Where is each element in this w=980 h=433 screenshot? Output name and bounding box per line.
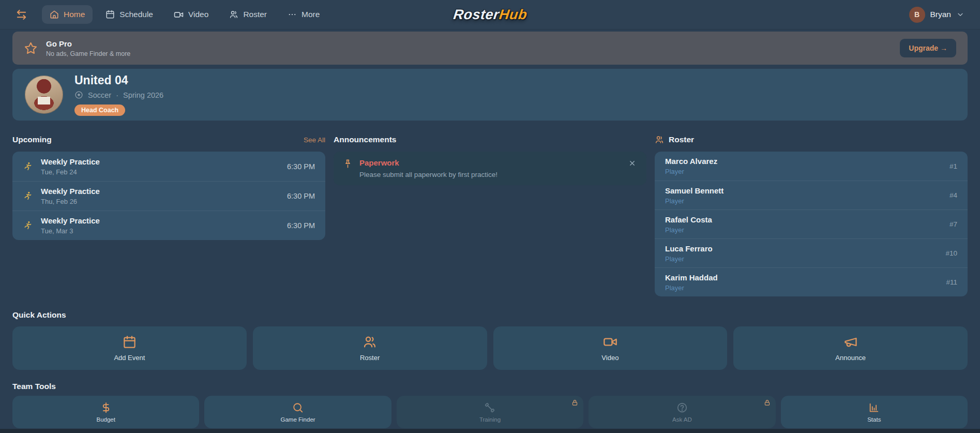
announce-button[interactable]: Announce bbox=[733, 326, 968, 370]
nav-item-video[interactable]: Video bbox=[166, 5, 216, 24]
see-all-link[interactable]: See All bbox=[304, 136, 325, 144]
switch-team-icon[interactable] bbox=[16, 9, 27, 21]
player-number: #1 bbox=[949, 162, 957, 170]
calendar-icon bbox=[123, 335, 137, 349]
tool-label: Budget bbox=[96, 416, 115, 423]
game-finder-button[interactable]: Game Finder bbox=[204, 396, 391, 428]
player-number: #7 bbox=[949, 220, 957, 228]
event-time: 6:30 PM bbox=[287, 221, 315, 230]
nav-item-more[interactable]: More bbox=[280, 5, 327, 24]
player-text: Marco Alvarez Player bbox=[665, 157, 717, 175]
player-name: Samuel Bennett bbox=[665, 186, 723, 195]
tool-content: Ask AD bbox=[672, 402, 692, 423]
roster-row[interactable]: Karim Haddad Player #11 bbox=[655, 267, 968, 296]
announcement-card: Paperwork Please submit all paperwork by… bbox=[334, 152, 646, 185]
player-text: Rafael Costa Player bbox=[665, 215, 712, 234]
event-title: Weekly Practice bbox=[41, 157, 100, 166]
role-badge: Head Coach bbox=[74, 104, 125, 116]
player-number: #4 bbox=[949, 191, 957, 199]
announcements-title: Announcements bbox=[334, 135, 396, 144]
player-name: Karim Haddad bbox=[665, 273, 718, 282]
ask-ad-button[interactable]: Ask AD bbox=[589, 396, 775, 428]
budget-button[interactable]: Budget bbox=[12, 396, 199, 428]
home-icon bbox=[50, 10, 59, 19]
pushpin-icon bbox=[343, 159, 353, 178]
team-avatar[interactable] bbox=[25, 76, 63, 114]
event-title: Weekly Practice bbox=[41, 187, 100, 196]
tool-label: Game Finder bbox=[281, 416, 315, 423]
roster-row[interactable]: Samuel Bennett Player #4 bbox=[655, 181, 968, 210]
users-icon bbox=[363, 335, 377, 349]
megaphone-icon bbox=[843, 335, 858, 349]
stats-button[interactable]: Stats bbox=[781, 396, 968, 428]
banner-subtitle: No ads, Game Finder & more bbox=[46, 50, 130, 57]
announcements-header: Announcements bbox=[334, 135, 646, 145]
user-avatar: B bbox=[909, 7, 925, 23]
roster-section: Roster Marco Alvarez Player #1 Samuel Be… bbox=[655, 135, 968, 296]
tool-content: Budget bbox=[96, 402, 115, 423]
users-icon bbox=[229, 10, 238, 19]
roster-card: Marco Alvarez Player #1 Samuel Bennett P… bbox=[655, 152, 968, 296]
tool-content: Training bbox=[479, 402, 501, 423]
player-name: Luca Ferraro bbox=[665, 244, 713, 253]
roster-row[interactable]: Rafael Costa Player #7 bbox=[655, 210, 968, 238]
event-row[interactable]: Weekly Practice Tue, Feb 24 6:30 PM bbox=[12, 152, 325, 181]
action-label: Announce bbox=[835, 354, 866, 362]
roster-header: Roster bbox=[655, 135, 968, 145]
team-tools-title: Team Tools bbox=[12, 382, 968, 391]
tool-label: Training bbox=[479, 416, 501, 423]
video-button[interactable]: Video bbox=[493, 326, 728, 370]
roster-row[interactable]: Luca Ferraro Player #10 bbox=[655, 238, 968, 267]
users-icon bbox=[655, 135, 664, 144]
player-role: Player bbox=[665, 255, 713, 263]
event-text: Weekly Practice Tue, Feb 24 bbox=[41, 157, 100, 176]
user-menu[interactable]: B Bryan bbox=[909, 7, 965, 23]
nav-item-home[interactable]: Home bbox=[42, 5, 93, 24]
calendar-icon bbox=[105, 10, 115, 19]
roster-row[interactable]: Marco Alvarez Player #1 bbox=[655, 152, 968, 181]
team-name: United 04 bbox=[74, 73, 163, 87]
chevron-down-icon bbox=[956, 10, 964, 19]
video-icon bbox=[603, 335, 617, 349]
close-icon[interactable] bbox=[627, 158, 637, 168]
event-date: Thu, Feb 26 bbox=[41, 198, 100, 205]
tool-content: Game Finder bbox=[281, 402, 315, 423]
team-tools-grid: Budget Game Finder Training Ask bbox=[12, 396, 968, 428]
upcoming-card: Weekly Practice Tue, Feb 24 6:30 PM Week… bbox=[12, 152, 325, 240]
help-circle-icon bbox=[676, 402, 688, 413]
nav-item-label: Roster bbox=[243, 10, 267, 19]
brand-part-2: Hub bbox=[498, 7, 528, 22]
tool-label: Ask AD bbox=[672, 416, 692, 423]
bar-chart-icon bbox=[868, 402, 880, 413]
roster-button[interactable]: Roster bbox=[253, 326, 487, 370]
event-row[interactable]: Weekly Practice Tue, Mar 3 6:30 PM bbox=[12, 211, 325, 240]
action-label: Add Event bbox=[114, 354, 145, 362]
nav-item-schedule[interactable]: Schedule bbox=[98, 5, 161, 24]
player-name: Rafael Costa bbox=[665, 215, 712, 224]
player-text: Luca Ferraro Player bbox=[665, 244, 713, 263]
quick-actions-title: Quick Actions bbox=[12, 310, 968, 320]
lock-icon bbox=[571, 399, 578, 406]
video-icon bbox=[174, 10, 184, 20]
nav-left-group: Home Schedule Video Roster More bbox=[16, 5, 327, 24]
add-event-button[interactable]: Add Event bbox=[12, 326, 247, 370]
action-label: Video bbox=[601, 354, 619, 362]
event-title: Weekly Practice bbox=[41, 216, 100, 225]
action-label: Roster bbox=[360, 354, 380, 362]
team-info: United 04 Soccer · Spring 2026 Head Coac… bbox=[74, 73, 163, 116]
announcement-text: Paperwork Please submit all paperwork by… bbox=[359, 158, 497, 178]
runner-icon bbox=[23, 191, 33, 201]
upgrade-button[interactable]: Upgrade → bbox=[900, 39, 956, 57]
nav-item-label: More bbox=[301, 10, 320, 19]
rosterhub-logo[interactable]: RosterHub bbox=[452, 7, 527, 23]
tool-content: Stats bbox=[867, 402, 881, 423]
lock-icon bbox=[764, 399, 771, 406]
nav-item-roster[interactable]: Roster bbox=[221, 5, 275, 24]
dumbbell-icon bbox=[484, 402, 495, 413]
training-button[interactable]: Training bbox=[397, 396, 583, 428]
event-row[interactable]: Weekly Practice Thu, Feb 26 6:30 PM bbox=[12, 181, 325, 211]
meta-separator: · bbox=[116, 91, 118, 99]
player-text: Samuel Bennett Player bbox=[665, 186, 723, 205]
event-text: Weekly Practice Thu, Feb 26 bbox=[41, 187, 100, 205]
announcement-title: Paperwork bbox=[359, 158, 497, 167]
